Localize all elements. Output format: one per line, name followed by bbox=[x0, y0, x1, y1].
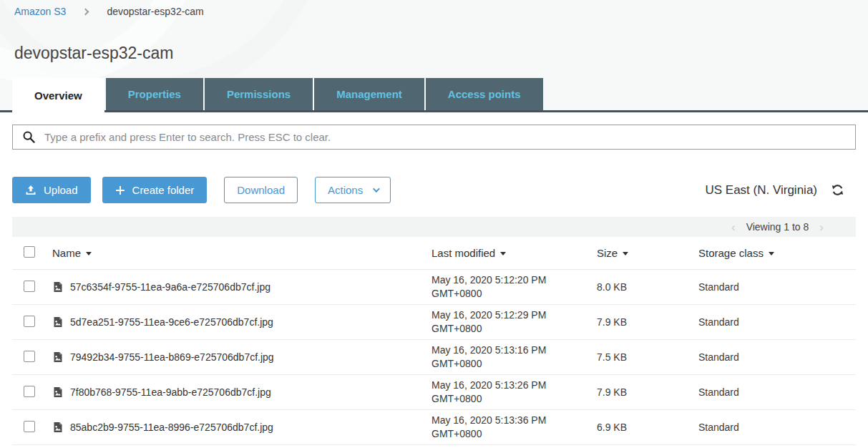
refresh-icon bbox=[831, 183, 844, 197]
last-modified-cell: May 16, 2020 5:13:36 PM GMT+0800 bbox=[431, 414, 597, 441]
table-header-row: Name Last modified Size Storage class bbox=[12, 237, 856, 270]
create-folder-button-label: Create folder bbox=[132, 184, 195, 196]
file-name-link[interactable]: 79492b34-9755-11ea-b869-e725706db7cf.jpg bbox=[70, 351, 274, 363]
create-folder-button[interactable]: Create folder bbox=[102, 177, 208, 203]
last-modified-datetime: May 16, 2020 5:12:29 PM bbox=[431, 308, 597, 322]
next-page-chevron-icon[interactable]: › bbox=[819, 221, 824, 233]
upload-button[interactable]: Upload bbox=[12, 177, 91, 203]
file-name-link[interactable]: 5d7ea251-9755-11ea-9ce6-e725706db7cf.jpg bbox=[70, 316, 273, 328]
table-row: 5d7ea251-9755-11ea-9ce6-e725706db7cf.jpg… bbox=[12, 305, 856, 340]
search-input[interactable] bbox=[44, 131, 846, 143]
table-row: 57c6354f-9755-11ea-9a6a-e725706db7cf.jpg… bbox=[12, 270, 856, 305]
row-checkbox[interactable] bbox=[24, 316, 35, 327]
file-name-cell: 79492b34-9755-11ea-b869-e725706db7cf.jpg bbox=[52, 351, 431, 363]
tab[interactable]: Permissions bbox=[205, 78, 313, 110]
file-name-link[interactable]: 7f80b768-9755-11ea-9abb-e725706db7cf.jpg bbox=[70, 386, 271, 398]
storage-class-cell: Standard bbox=[698, 386, 856, 398]
refresh-button[interactable] bbox=[831, 183, 844, 197]
tab[interactable]: Overview bbox=[12, 78, 104, 112]
page-header: Amazon S3 devopstar-esp32-cam devopstar-… bbox=[0, 0, 868, 112]
row-checkbox-cell bbox=[12, 386, 52, 399]
viewing-range-label: Viewing 1 to 8 bbox=[746, 221, 809, 233]
download-button-label: Download bbox=[237, 184, 285, 196]
region-area: US East (N. Virginia) bbox=[705, 183, 856, 198]
last-modified-datetime: May 16, 2020 5:12:20 PM bbox=[431, 273, 597, 287]
image-file-icon bbox=[52, 351, 64, 363]
storage-class-cell: Standard bbox=[698, 281, 856, 293]
file-name-link[interactable]: 57c6354f-9755-11ea-9a6a-e725706db7cf.jpg bbox=[70, 281, 270, 293]
last-modified-timezone: GMT+0800 bbox=[431, 322, 597, 336]
file-name-cell: 5d7ea251-9755-11ea-9ce6-e725706db7cf.jpg bbox=[52, 316, 431, 328]
actions-dropdown-button[interactable]: Actions bbox=[315, 177, 391, 203]
file-name-cell: 85abc2b9-9755-11ea-8996-e725706db7cf.jpg bbox=[52, 422, 431, 433]
file-size-cell: 7.9 KB bbox=[597, 316, 698, 328]
last-modified-datetime: May 16, 2020 5:13:26 PM bbox=[431, 379, 597, 392]
table-body: 57c6354f-9755-11ea-9a6a-e725706db7cf.jpg… bbox=[12, 270, 856, 445]
row-checkbox-cell bbox=[12, 421, 52, 434]
column-header-storage-class[interactable]: Storage class bbox=[698, 247, 856, 259]
file-size-cell: 8.0 KB bbox=[597, 281, 698, 293]
previous-page-chevron-icon[interactable]: ‹ bbox=[731, 221, 736, 233]
main-content: Upload Create folder Download Actions US… bbox=[0, 125, 868, 445]
storage-class-cell: Standard bbox=[698, 316, 856, 328]
breadcrumb-amazon-s3-link[interactable]: Amazon S3 bbox=[14, 6, 66, 17]
column-header-name[interactable]: Name bbox=[52, 247, 431, 259]
row-checkbox[interactable] bbox=[24, 386, 35, 397]
tab-underline bbox=[0, 110, 868, 112]
upload-icon bbox=[25, 185, 36, 196]
plus-icon bbox=[115, 185, 125, 195]
sort-caret-icon bbox=[623, 252, 628, 255]
file-name-link[interactable]: 85abc2b9-9755-11ea-8996-e725706db7cf.jpg bbox=[70, 422, 273, 433]
file-name-cell: 7f80b768-9755-11ea-9abb-e725706db7cf.jpg bbox=[52, 386, 431, 398]
storage-class-cell: Standard bbox=[698, 351, 856, 363]
column-header-size-label: Size bbox=[597, 247, 618, 259]
breadcrumb-current-bucket: devopstar-esp32-cam bbox=[107, 6, 203, 17]
sort-caret-icon bbox=[769, 252, 774, 255]
sort-caret-icon bbox=[500, 252, 506, 255]
file-size-cell: 6.9 KB bbox=[597, 422, 698, 433]
actions-button-label: Actions bbox=[328, 184, 363, 196]
last-modified-cell: May 16, 2020 5:12:20 PM GMT+0800 bbox=[431, 273, 597, 301]
table-row: 85abc2b9-9755-11ea-8996-e725706db7cf.jpg… bbox=[12, 410, 856, 445]
file-size-cell: 7.9 KB bbox=[597, 386, 698, 398]
file-size-cell: 7.5 KB bbox=[597, 351, 698, 363]
select-all-checkbox[interactable] bbox=[24, 246, 35, 258]
last-modified-timezone: GMT+0800 bbox=[431, 427, 597, 441]
image-file-icon bbox=[52, 422, 64, 433]
tab[interactable]: Access points bbox=[426, 78, 543, 110]
row-checkbox[interactable] bbox=[24, 421, 35, 432]
row-checkbox[interactable] bbox=[24, 281, 35, 292]
breadcrumb: Amazon S3 devopstar-esp32-cam bbox=[0, 0, 868, 17]
download-button[interactable]: Download bbox=[224, 177, 298, 203]
toolbar: Upload Create folder Download Actions US… bbox=[12, 177, 856, 203]
row-checkbox-cell bbox=[12, 316, 52, 329]
search-icon bbox=[22, 130, 36, 144]
tab[interactable]: Management bbox=[314, 78, 424, 110]
tab[interactable]: Properties bbox=[106, 78, 203, 110]
last-modified-timezone: GMT+0800 bbox=[431, 392, 597, 406]
last-modified-cell: May 16, 2020 5:13:16 PM GMT+0800 bbox=[431, 344, 597, 371]
region-label: US East (N. Virginia) bbox=[705, 183, 817, 198]
upload-button-label: Upload bbox=[44, 184, 78, 196]
column-header-last-modified[interactable]: Last modified bbox=[431, 247, 597, 259]
storage-class-cell: Standard bbox=[698, 422, 856, 433]
page-title: devopstar-esp32-cam bbox=[14, 44, 868, 63]
last-modified-cell: May 16, 2020 5:13:26 PM GMT+0800 bbox=[431, 379, 597, 406]
image-file-icon bbox=[52, 281, 64, 293]
row-checkbox-cell bbox=[12, 351, 52, 364]
column-header-name-label: Name bbox=[52, 247, 81, 259]
last-modified-datetime: May 16, 2020 5:13:36 PM bbox=[431, 414, 597, 427]
tab-bar: Overview Properties Permissions Manageme… bbox=[0, 78, 868, 110]
search-box bbox=[12, 125, 856, 150]
table-row: 7f80b768-9755-11ea-9abb-e725706db7cf.jpg… bbox=[12, 375, 856, 410]
image-file-icon bbox=[52, 316, 64, 328]
header-checkbox-cell bbox=[12, 246, 52, 260]
sort-caret-icon bbox=[86, 252, 92, 255]
pagination-bar: ‹ Viewing 1 to 8 › bbox=[12, 217, 856, 237]
file-name-cell: 57c6354f-9755-11ea-9a6a-e725706db7cf.jpg bbox=[52, 281, 431, 293]
last-modified-cell: May 16, 2020 5:12:29 PM GMT+0800 bbox=[431, 308, 597, 336]
column-header-size[interactable]: Size bbox=[597, 247, 698, 259]
last-modified-timezone: GMT+0800 bbox=[431, 357, 597, 371]
row-checkbox-cell bbox=[12, 281, 52, 294]
row-checkbox[interactable] bbox=[24, 351, 35, 362]
